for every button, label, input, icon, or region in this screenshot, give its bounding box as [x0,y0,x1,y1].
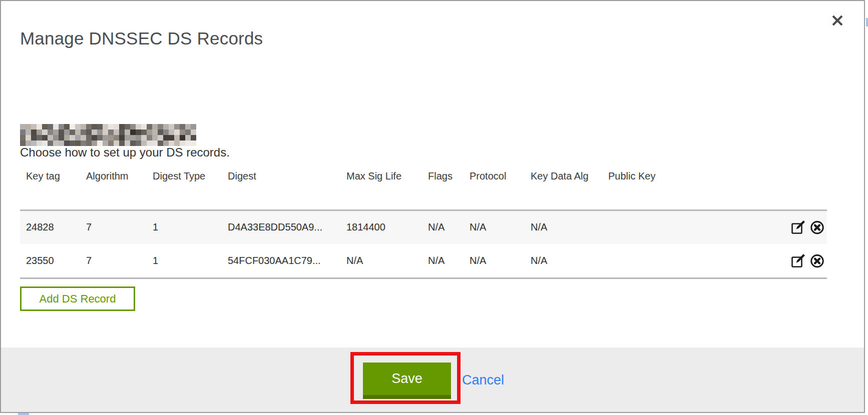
column-header-digest-type: Digest Type [147,168,222,210]
edit-icon [790,220,806,235]
cell-flags: N/A [422,244,464,278]
cell-algorithm: 7 [80,210,147,244]
column-header-key-tag: Key tag [20,168,80,210]
redacted-domain [20,124,196,146]
column-header-protocol: Protocol [464,168,525,210]
column-header-max-sig-life: Max Sig Life [340,168,422,210]
ds-records-table: Key tag Algorithm Digest Type Digest Max… [20,168,827,279]
table-row: 23550 7 1 54FCF030AA1C79... N/A N/A N/A … [20,244,827,278]
column-header-actions [782,168,827,210]
cell-digest: 54FCF030AA1C79... [222,244,340,278]
cell-public-key [602,210,782,244]
add-ds-record-button[interactable]: Add DS Record [20,286,135,311]
edit-record-button[interactable] [790,220,806,235]
cell-key-tag: 23550 [20,244,80,278]
modal-footer: Save Cancel [1,348,864,412]
manage-dnssec-dialog: Manage DNSSEC DS Records Choose how to s… [0,0,865,413]
page-title: Manage DNSSEC DS Records [20,28,263,49]
cell-digest-type: 1 [147,244,222,278]
instruction-text: Choose how to set up your DS records. [20,146,230,160]
edit-record-button[interactable] [790,253,806,268]
cell-public-key [602,244,782,278]
cell-key-data-alg: N/A [525,210,602,244]
remove-icon [809,253,825,268]
table-row: 24828 7 1 D4A33E8DD550A9... 1814400 N/A … [20,210,827,244]
remove-record-button[interactable] [809,220,825,235]
remove-icon [809,220,825,235]
cell-key-tag: 24828 [20,210,80,244]
cell-protocol: N/A [464,244,525,278]
background-page-fragment [18,413,29,415]
cell-algorithm: 7 [80,244,147,278]
background-page-fragment [866,18,868,26]
cell-actions [782,210,827,244]
remove-record-button[interactable] [809,253,825,268]
column-header-flags: Flags [422,168,464,210]
table-header-row: Key tag Algorithm Digest Type Digest Max… [20,168,827,210]
cell-protocol: N/A [464,210,525,244]
screen: Manage DNSSEC DS Records Choose how to s… [0,0,868,415]
column-header-algorithm: Algorithm [80,168,147,210]
cell-max-sig-life: 1814400 [340,210,422,244]
cell-actions [782,244,827,278]
close-icon [831,14,844,27]
save-button[interactable]: Save [363,362,451,399]
cancel-link[interactable]: Cancel [462,372,504,388]
column-header-public-key: Public Key [602,168,782,210]
cell-digest-type: 1 [147,210,222,244]
column-header-digest: Digest [222,168,340,210]
cell-digest: D4A33E8DD550A9... [222,210,340,244]
column-header-key-data-alg: Key Data Alg [525,168,602,210]
cell-key-data-alg: N/A [525,244,602,278]
cell-max-sig-life: N/A [340,244,422,278]
edit-icon [790,253,806,268]
cell-flags: N/A [422,210,464,244]
close-button[interactable] [831,14,847,30]
